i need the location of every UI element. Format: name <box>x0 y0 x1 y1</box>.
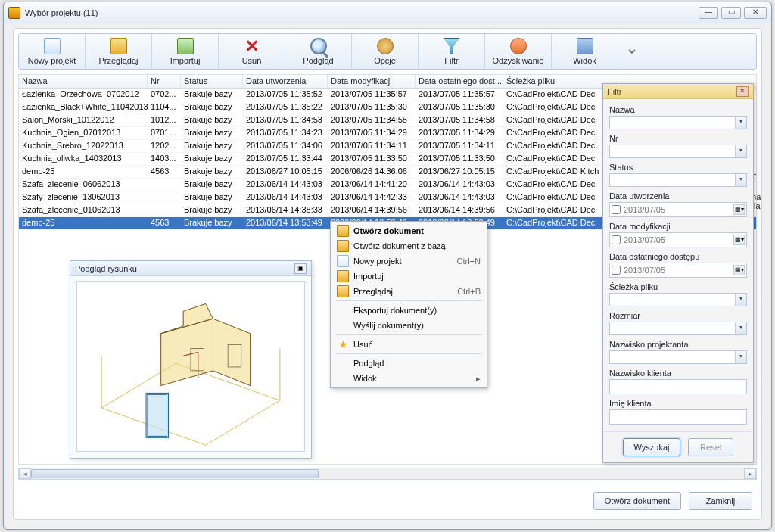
delete-button[interactable]: Usuń <box>219 34 285 69</box>
cell-status: Brakuje bazy <box>181 204 243 216</box>
ctx-export[interactable]: Eksportuj dokument(y) <box>332 303 485 318</box>
cell-created: 2013/06/14 13:53:49 <box>243 217 328 229</box>
ctx-import[interactable]: Importuj <box>332 269 485 284</box>
filter-title: Filtr <box>608 87 736 96</box>
cell-nr: 1104... <box>148 101 181 114</box>
filter-panel[interactable]: Filtr ✕ Nazwa ▾ Nr ▾ Status ▾ Data utwor… <box>602 83 754 463</box>
toolbar-overflow[interactable] <box>618 34 646 69</box>
cell-created: 2013/07/05 11:35:52 <box>243 89 328 101</box>
scroll-right-button[interactable]: ▸ <box>744 468 756 479</box>
cell-modified: 2013/07/05 11:33:50 <box>328 153 416 165</box>
close-button[interactable]: ✕ <box>744 7 767 19</box>
chevron-down-icon[interactable]: ▾ <box>735 322 746 334</box>
chevron-down-icon[interactable]: ▾ <box>735 145 746 157</box>
cell-accessed: 2013/06/14 14:43:03 <box>416 179 503 191</box>
filter-accessed-field[interactable]: 2013/07/05▦▾ <box>609 263 747 278</box>
chevron-down-icon[interactable]: ▾ <box>735 174 746 186</box>
ctx-new[interactable]: Nowy projektCtrl+N <box>332 254 485 269</box>
cell-status: Brakuje bazy <box>181 101 243 114</box>
cell-status: Brakuje bazy <box>181 114 243 126</box>
cell-nr <box>148 191 181 204</box>
import-button[interactable]: Importuj <box>152 34 219 69</box>
col-created[interactable]: Data utworzenia <box>243 75 328 88</box>
filter-status-label: Status <box>609 163 747 172</box>
close-dialog-button[interactable]: Zamknij <box>689 492 752 510</box>
calendar-icon[interactable]: ▦▾ <box>733 265 745 275</box>
document-icon <box>337 255 349 267</box>
filter-created-label: Data utworzenia <box>609 191 747 201</box>
titlebar[interactable]: Wybór projektu (11) — ▭ ✕ <box>4 2 771 23</box>
filter-search-button[interactable]: Wyszukaj <box>623 438 681 456</box>
scroll-left-button[interactable]: ◂ <box>19 468 31 479</box>
cell-modified: 2013/07/05 11:34:11 <box>328 140 416 152</box>
cell-status: Brakuje bazy <box>181 166 243 178</box>
filter-name-field[interactable]: ▾ <box>609 116 747 129</box>
ctx-open-db[interactable]: Otwórz dokument z bazą <box>332 238 485 254</box>
col-status[interactable]: Status <box>181 75 243 88</box>
minimize-button[interactable]: — <box>699 7 718 19</box>
ctx-browse[interactable]: PrzeglądajCtrl+B <box>332 284 485 299</box>
ctx-delete[interactable]: ★Usuń <box>332 337 485 352</box>
horizontal-scrollbar[interactable]: ◂ ▸ <box>18 468 757 480</box>
cell-modified: 2013/06/14 14:39:56 <box>328 204 416 216</box>
filter-size-field[interactable]: ▾ <box>609 322 747 335</box>
filter-accessed-checkbox[interactable] <box>612 266 621 275</box>
recover-button[interactable]: Odzyskiwanie <box>485 34 552 69</box>
filter-status-field[interactable]: ▾ <box>609 173 747 187</box>
blank-icon <box>337 357 349 369</box>
filter-titlebar[interactable]: Filtr ✕ <box>603 84 753 99</box>
cell-created: 2013/06/14 14:38:33 <box>243 204 328 216</box>
filter-nr-field[interactable]: ▾ <box>609 145 747 158</box>
cell-name: Łazienka_Orzechowa_0702012 <box>19 89 148 101</box>
view-button[interactable]: Widok <box>552 34 618 69</box>
filter-reset-button[interactable]: Reset <box>688 438 733 456</box>
ctx-send[interactable]: Wyślij dokument(y) <box>332 318 485 333</box>
filter-path-label: Ścieżka pliku <box>609 282 747 291</box>
maximize-button[interactable]: ▭ <box>721 7 741 19</box>
cell-modified: 2013/07/05 11:34:29 <box>328 127 416 139</box>
open-document-button[interactable]: Otwórz dokument <box>593 492 681 510</box>
cell-nr: 4563 <box>148 166 181 178</box>
filter-designer-field[interactable]: ▾ <box>609 350 747 364</box>
preview-close-button[interactable]: ▣ <box>294 263 307 274</box>
filter-client-last-label: Nazwisko klienta <box>609 369 747 378</box>
filter-created-field[interactable]: 2013/07/05▦▾ <box>609 202 747 217</box>
cell-name: Szafa_zlecenie_06062013 <box>19 179 148 191</box>
filter-path-field[interactable]: ▾ <box>609 293 747 306</box>
preview-panel[interactable]: Podgląd rysunku ▣ <box>70 260 312 459</box>
document-icon <box>44 38 61 54</box>
cell-created: 2013/06/14 14:43:03 <box>243 179 328 191</box>
chevron-down-icon[interactable]: ▾ <box>735 351 746 363</box>
filter-modified-field[interactable]: 2013/07/05▦▾ <box>609 232 747 247</box>
cell-modified: 2013/07/05 11:35:57 <box>328 89 416 101</box>
col-nr[interactable]: Nr <box>148 75 181 88</box>
filter-client-last-field[interactable] <box>609 379 747 394</box>
cell-name: Kuchnia_Ogien_07012013 <box>19 127 148 139</box>
filter-button[interactable]: Filtr <box>419 34 485 69</box>
new-project-button[interactable]: Nowy projekt <box>19 34 86 69</box>
calendar-icon[interactable]: ▦▾ <box>733 235 745 245</box>
preview-titlebar[interactable]: Podgląd rysunku ▣ <box>70 261 311 276</box>
preview-button[interactable]: Podgląd <box>285 34 352 69</box>
filter-client-first-field[interactable] <box>609 409 747 425</box>
ctx-preview[interactable]: Podgląd <box>332 356 485 371</box>
filter-created-checkbox[interactable] <box>612 205 621 214</box>
calendar-icon[interactable]: ▦▾ <box>733 204 745 215</box>
ctx-open[interactable]: Otwórz dokument <box>332 223 485 238</box>
col-modified[interactable]: Data modyfikacji <box>328 75 416 88</box>
scroll-thumb[interactable] <box>31 469 319 478</box>
filter-modified-checkbox[interactable] <box>612 235 621 244</box>
col-name[interactable]: Nazwa <box>19 75 148 88</box>
cell-nr: 1012... <box>148 114 181 126</box>
svg-marker-4 <box>213 319 250 385</box>
chevron-down-icon[interactable]: ▾ <box>735 117 746 129</box>
cell-name: Kuchnia_Srebro_12022013 <box>19 140 148 152</box>
cell-accessed: 2013/07/05 11:34:11 <box>416 140 503 152</box>
browse-button[interactable]: Przeglądaj <box>86 34 152 69</box>
options-button[interactable]: Opcje <box>352 34 419 69</box>
col-accessed[interactable]: Data ostatniego dost... <box>416 75 503 88</box>
cell-status: Brakuje bazy <box>181 140 243 152</box>
chevron-down-icon[interactable]: ▾ <box>735 294 746 306</box>
ctx-view[interactable]: Widok▸ <box>332 371 485 386</box>
filter-close-button[interactable]: ✕ <box>736 86 749 97</box>
